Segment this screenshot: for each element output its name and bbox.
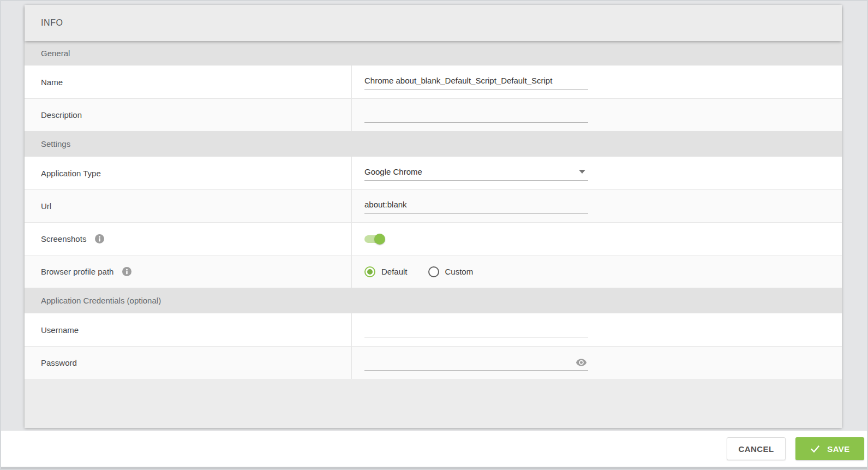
- description-input[interactable]: [364, 108, 588, 123]
- save-button-label: SAVE: [827, 444, 849, 454]
- bottom-edge: [0, 467, 868, 470]
- section-title: Application Credentials (optional): [41, 296, 161, 305]
- page-title: INFO: [41, 18, 63, 28]
- browser-profile-path-label: Browser profile path: [41, 267, 113, 276]
- section-title: Settings: [41, 139, 70, 148]
- password-label-cell: Password: [25, 347, 352, 379]
- password-input[interactable]: [364, 355, 588, 371]
- check-icon: [810, 444, 821, 453]
- description-label: Description: [41, 110, 82, 120]
- application-type-value-cell: Google Chrome: [352, 157, 842, 189]
- section-header-general: General: [25, 41, 842, 66]
- name-value-cell: [352, 66, 842, 98]
- name-label: Name: [41, 78, 63, 87]
- url-value-cell: [352, 190, 842, 222]
- name-row: Name: [25, 66, 842, 98]
- browser-profile-path-radio-group: Default Custom: [364, 266, 473, 277]
- password-value-cell: [352, 347, 842, 379]
- cancel-button[interactable]: CANCEL: [727, 437, 786, 460]
- eye-icon[interactable]: [576, 358, 587, 367]
- radio-default-label: Default: [381, 267, 408, 276]
- action-bar: CANCEL SAVE: [0, 431, 868, 467]
- radio-custom[interactable]: Custom: [428, 266, 474, 277]
- username-label-cell: Username: [25, 313, 352, 346]
- radio-circle: [364, 266, 375, 277]
- toggle-knob: [374, 234, 385, 245]
- screenshots-label-cell: Screenshots: [25, 223, 352, 255]
- password-field-wrap: [364, 355, 588, 371]
- url-label-cell: Url: [25, 190, 352, 222]
- description-value-cell: [352, 99, 842, 131]
- save-button[interactable]: SAVE: [795, 437, 864, 460]
- username-row: Username: [25, 313, 842, 346]
- username-input[interactable]: [364, 322, 588, 337]
- application-type-select[interactable]: Google Chrome: [364, 165, 588, 181]
- username-label: Username: [41, 325, 79, 335]
- name-label-cell: Name: [25, 66, 352, 98]
- url-row: Url: [25, 189, 842, 222]
- application-type-label-cell: Application Type: [25, 157, 352, 189]
- info-card: INFO General Name Description Settings A…: [25, 5, 842, 428]
- section-header-settings: Settings: [25, 131, 842, 157]
- screenshots-toggle[interactable]: [364, 234, 385, 245]
- info-icon[interactable]: [95, 234, 104, 243]
- card-footer: [25, 379, 842, 428]
- username-value-cell: [352, 313, 842, 346]
- radio-dot: [367, 269, 373, 275]
- browser-profile-path-label-cell: Browser profile path: [25, 255, 352, 288]
- section-header-credentials: Application Credentials (optional): [25, 288, 842, 313]
- screenshots-row: Screenshots: [25, 222, 842, 255]
- description-row: Description: [25, 98, 842, 131]
- radio-default[interactable]: Default: [364, 266, 408, 277]
- name-input[interactable]: [364, 74, 588, 90]
- info-icon[interactable]: [122, 267, 131, 276]
- chevron-down-icon: [579, 170, 585, 174]
- application-type-label: Application Type: [41, 169, 101, 178]
- radio-circle: [428, 266, 439, 277]
- browser-profile-path-row: Browser profile path Default Custom: [25, 255, 842, 288]
- radio-custom-label: Custom: [445, 267, 474, 276]
- description-label-cell: Description: [25, 99, 352, 131]
- cancel-button-label: CANCEL: [739, 444, 774, 454]
- password-row: Password: [25, 346, 842, 379]
- password-label: Password: [41, 358, 77, 367]
- application-type-selected-value: Google Chrome: [364, 167, 422, 176]
- url-input[interactable]: [364, 199, 588, 214]
- section-title: General: [41, 49, 70, 58]
- screenshots-label: Screenshots: [41, 234, 86, 243]
- screenshots-value-cell: [352, 223, 842, 255]
- application-type-row: Application Type Google Chrome: [25, 157, 842, 189]
- url-label: Url: [41, 201, 51, 211]
- card-header: INFO: [25, 5, 842, 41]
- browser-profile-path-value-cell: Default Custom: [352, 255, 842, 288]
